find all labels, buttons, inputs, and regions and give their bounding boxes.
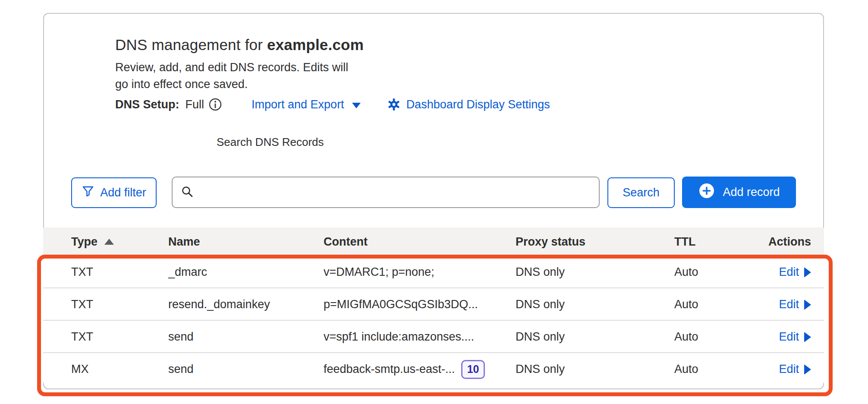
cell-ttl: Auto [674, 321, 698, 353]
cell-type: TXT [71, 321, 93, 353]
page-subtitle: Review, add, and edit DNS records. Edits… [115, 59, 348, 93]
add-filter-label: Add filter [100, 186, 146, 199]
cell-actions: Edit [779, 288, 811, 321]
column-header-actions-label: Actions [768, 235, 811, 249]
page-title: DNS management for example.com [115, 36, 364, 54]
column-header-content[interactable]: Content [324, 227, 368, 256]
cell-content-text: feedback-smtp.us-east-... [324, 363, 455, 376]
column-header-proxy-status[interactable]: Proxy status [516, 227, 585, 256]
cell-content: p=MIGfMA0GCSqGSIb3DQ... [324, 288, 478, 321]
dns-management-page: DNS management for example.com Review, a… [0, 0, 868, 404]
search-button[interactable]: Search [607, 177, 675, 208]
edit-label: Edit [779, 298, 799, 311]
column-header-ttl[interactable]: TTL [674, 227, 695, 256]
page-title-domain: example.com [267, 36, 364, 53]
edit-record-link[interactable]: Edit [779, 363, 811, 376]
page-title-prefix: DNS management for [115, 36, 267, 53]
chevron-down-icon [352, 103, 361, 108]
cell-actions: Edit [779, 321, 811, 353]
cell-ttl: Auto [674, 288, 698, 321]
dashboard-display-settings-label: Dashboard Display Settings [406, 98, 550, 111]
dns-records-table-body: TXT _dmarc v=DMARC1; p=none; DNS only Au… [43, 256, 824, 385]
add-record-button[interactable]: Add record [682, 177, 796, 208]
cell-proxy-status: DNS only [516, 288, 565, 321]
edit-label: Edit [779, 363, 799, 376]
column-header-name[interactable]: Name [168, 227, 200, 256]
search-dns-records-input[interactable] [200, 186, 591, 199]
info-circle-icon[interactable] [208, 98, 222, 111]
dns-setup-row: DNS Setup: Full Import and Export [115, 96, 550, 113]
cell-ttl: Auto [674, 353, 698, 385]
search-records-label: Search DNS Records [217, 136, 324, 149]
column-header-content-label: Content [324, 235, 368, 249]
chevron-right-icon [804, 332, 811, 342]
add-record-label: Add record [723, 186, 780, 199]
search-icon [180, 185, 194, 200]
edit-record-link[interactable]: Edit [779, 298, 811, 311]
cell-name: send [168, 321, 194, 353]
cell-content: v=spf1 include:amazonses.... [324, 321, 474, 353]
cell-actions: Edit [779, 256, 811, 288]
cell-content: feedback-smtp.us-east-... 10 [324, 353, 485, 385]
column-header-actions: Actions [725, 227, 811, 256]
cell-proxy-status: DNS only [516, 256, 565, 288]
filter-funnel-icon [82, 185, 94, 201]
chevron-right-icon [804, 300, 811, 310]
import-export-link[interactable]: Import and Export [252, 98, 361, 111]
edit-record-link[interactable]: Edit [779, 330, 811, 344]
dashboard-display-settings-link[interactable]: Dashboard Display Settings [387, 98, 550, 111]
cell-type: TXT [71, 256, 93, 288]
plus-circle-icon [698, 182, 715, 202]
cell-proxy-status: DNS only [516, 353, 565, 385]
import-export-label: Import and Export [252, 98, 344, 111]
edit-label: Edit [779, 265, 799, 279]
cell-name: send [168, 353, 194, 385]
cell-content: v=DMARC1; p=none; [324, 256, 434, 288]
sort-ascending-icon[interactable] [104, 239, 114, 245]
cell-type: TXT [71, 288, 93, 321]
cell-name: resend._domainkey [168, 288, 270, 321]
dns-setup-value: Full [186, 98, 204, 111]
column-header-type[interactable]: Type [71, 227, 114, 256]
table-row: TXT resend._domainkey p=MIGfMA0GCSqGSIb3… [43, 288, 824, 321]
column-header-type-label: Type [71, 235, 97, 249]
add-filter-button[interactable]: Add filter [71, 177, 157, 208]
edit-label: Edit [779, 330, 799, 344]
cell-type: MX [71, 353, 89, 385]
table-row: TXT _dmarc v=DMARC1; p=none; DNS only Au… [43, 256, 824, 288]
edit-record-link[interactable]: Edit [779, 265, 811, 279]
gear-icon [387, 98, 400, 111]
column-header-ttl-label: TTL [674, 235, 695, 249]
cell-ttl: Auto [674, 256, 698, 288]
chevron-right-icon [804, 267, 811, 278]
search-input-container [172, 177, 600, 208]
table-header-row: Type Name Content Proxy status TTL Actio… [43, 227, 824, 256]
table-row: MX send feedback-smtp.us-east-... 10 DNS… [43, 353, 824, 385]
column-header-name-label: Name [168, 235, 200, 249]
cell-proxy-status: DNS only [516, 321, 565, 353]
column-header-proxy-label: Proxy status [516, 235, 585, 249]
dns-setup-label: DNS Setup: [115, 98, 179, 111]
chevron-right-icon [804, 364, 811, 375]
mx-priority-badge: 10 [461, 360, 485, 379]
cell-actions: Edit [779, 353, 811, 385]
table-row: TXT send v=spf1 include:amazonses.... DN… [43, 321, 824, 353]
cell-name: _dmarc [168, 256, 207, 288]
search-button-label: Search [623, 186, 660, 199]
